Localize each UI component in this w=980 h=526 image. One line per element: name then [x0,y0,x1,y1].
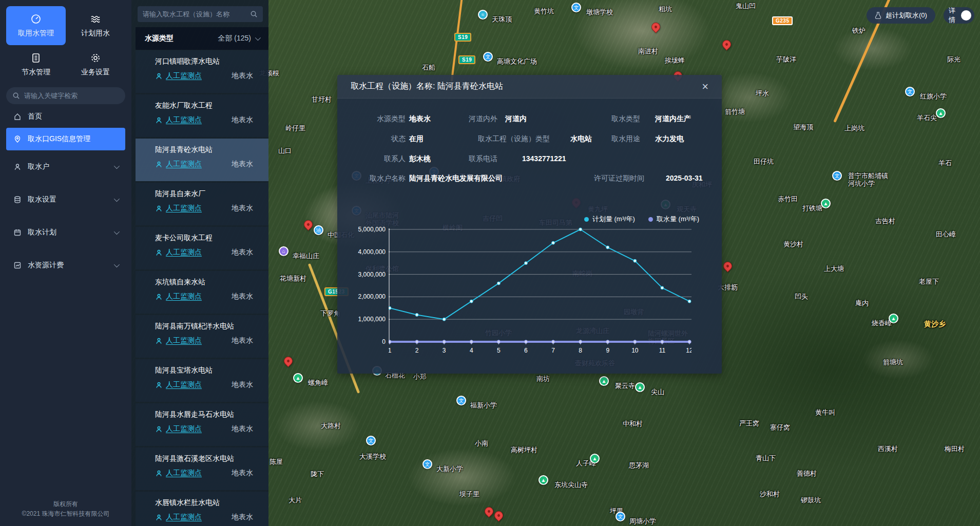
scenic-marker-icon[interactable]: ▲ [821,199,831,208]
red-pin-marker[interactable] [649,21,662,33]
module-business-settings[interactable]: 业务设置 [66,45,125,84]
menu-label: 水资源计费 [28,261,64,270]
sidebar-item-intake-plan[interactable]: 取水计划 [6,216,125,249]
station-item[interactable]: 陆河县青砼水电站人工监测点地表水 [136,139,268,181]
keyword-search-box[interactable] [6,87,125,104]
school-marker-icon[interactable]: 文 [422,459,432,469]
station-item[interactable]: 陆河县自来水厂人工监测点地表水 [136,183,268,225]
monitor-type[interactable]: 人工监测点 [166,292,202,301]
scenic-marker-icon[interactable]: ▲ [889,314,898,323]
sidebar-item-intake-settings[interactable]: 取水设置 [6,183,125,216]
water-source-type: 地表水 [232,424,253,434]
svg-text:9: 9 [606,347,609,354]
red-pin-marker[interactable] [483,505,495,517]
red-pin-marker[interactable] [492,509,505,521]
map-label: 粗坑 [659,5,672,13]
sidebar-item-gis-info[interactable]: 取水口GIS信息管理 [6,128,125,150]
legend-item-plan[interactable]: 计划量 (m³/年) [584,215,635,224]
search-icon[interactable] [250,10,258,18]
monitor-type[interactable]: 人工监测点 [166,469,202,478]
school-marker-icon[interactable]: 文 [571,3,581,12]
svg-text:10: 10 [631,347,639,354]
toggle-knob[interactable] [961,10,971,21]
monitor-type[interactable]: 人工监测点 [166,115,202,125]
red-pin-marker[interactable] [720,38,733,50]
station-meta: 人工监测点地表水 [136,160,268,169]
legend-label: 计划量 (m³/年) [592,215,635,224]
filter-value: 全部 (125) [218,34,251,43]
scenic-marker-icon[interactable]: ▲ [599,376,609,386]
station-item[interactable]: 麦卡公司取水工程人工监测点地表水 [136,227,268,269]
map-label: 际光 [947,55,960,63]
water-source-type: 地表水 [232,380,253,389]
monitor-type[interactable]: 人工监测点 [166,248,202,257]
module-water-intake-mgmt[interactable]: 取用水管理 [6,6,66,45]
scenic-marker-icon[interactable]: ▲ [293,373,303,383]
over-plan-intake-button[interactable]: 超计划取水(0) [867,7,935,24]
station-search-input[interactable] [143,10,246,18]
map-label: 箭塘坑 [883,358,903,366]
station-item[interactable]: 陆河县水唇走马石水电站人工监测点地表水 [136,403,268,446]
station-name: 陆河县青砼水电站 [136,145,268,154]
red-pin-marker[interactable] [721,260,734,272]
keyword-search-input[interactable] [24,92,119,100]
school-marker-icon[interactable]: 文 [832,171,842,181]
monitor-type[interactable]: 人工监测点 [166,336,202,345]
sidebar-item-home[interactable]: 首页 [6,105,125,128]
detail-toggle[interactable]: 详情 [944,7,974,24]
station-item[interactable]: 友能水厂取水工程人工监测点地表水 [136,94,268,137]
flask-icon [875,12,881,20]
user-icon [13,163,22,171]
station-item[interactable]: 陆河县南万镇杞洋水电站人工监测点地表水 [136,315,268,358]
monitor-type[interactable]: 人工监测点 [166,424,202,434]
school-marker-icon[interactable]: 文 [483,52,493,62]
map-label: 羊石 [938,159,952,167]
module-water-saving[interactable]: 节水管理 [6,45,66,84]
station-panel: 水源类型 全部 (125) 河口镇唱歌潭水电站人工监测点地表水友能水厂取水工程人… [131,0,268,526]
module-planned-water[interactable]: 计划用水 [66,6,125,45]
legend-item-actual[interactable]: 取水量 (m³/年) [648,215,699,224]
school-marker-icon[interactable]: 文 [905,87,915,96]
map-label: 大路村 [321,422,341,430]
field-value: 在用 [409,134,424,144]
station-name: 友能水厂取水工程 [136,101,268,110]
station-item[interactable]: 东坑镇自来水站人工监测点地表水 [136,271,268,314]
filter-dropdown[interactable]: 全部 (125) [218,34,259,43]
station-item[interactable]: 陆河县激石溪老区水电站人工监测点地表水 [136,447,268,490]
gas-marker-icon[interactable]: 油 [314,225,323,235]
water-source-type: 地表水 [232,469,253,478]
monitor-type[interactable]: 人工监测点 [166,160,202,169]
station-item[interactable]: 河口镇唱歌潭水电站人工监测点地表水 [136,50,268,93]
station-search-box[interactable] [138,6,263,22]
school-marker-icon[interactable]: 文 [366,436,376,445]
red-pin-marker[interactable] [282,355,294,367]
scenic-marker-icon[interactable]: ▲ [590,454,600,463]
school-marker-icon[interactable]: 文 [616,512,625,521]
sidebar-item-water-billing[interactable]: 水资源计费 [6,249,125,282]
station-item[interactable]: 陆河县宝塔水电站人工监测点地表水 [136,359,268,402]
station-item[interactable]: 水唇镇水栏肚水电站人工监测点地表水 [136,492,268,526]
red-pin-marker[interactable] [302,218,314,230]
monitor-type[interactable]: 人工监测点 [166,71,202,81]
person-icon [155,293,163,301]
map-label: 普宁市船埔镇 河坑小学 [848,172,888,187]
school-marker-icon[interactable]: 文 [456,396,466,405]
map-label: 坪水 [756,89,769,97]
scenic-marker-icon[interactable]: ▲ [539,475,548,485]
scenic-marker-icon[interactable]: ▲ [635,382,645,392]
sidebar-item-water-users[interactable]: 取水户 [6,150,125,183]
field-label: 联系人 [353,154,406,164]
close-icon[interactable]: × [702,81,708,92]
scenic-marker-icon[interactable]: ▲ [936,108,946,118]
monitor-type[interactable]: 人工监测点 [166,204,202,213]
water-marker-icon[interactable]: ≈ [478,10,488,20]
map-label: 墩塘学校 [586,8,613,16]
station-name: 水唇镇水栏肚水电站 [136,498,268,508]
station-meta: 人工监测点地表水 [136,204,268,213]
map-label: 吉告村 [875,217,895,225]
monitor-type[interactable]: 人工监测点 [166,380,202,389]
station-name: 陆河县自来水厂 [136,189,268,199]
monitor-type[interactable]: 人工监测点 [166,513,202,522]
map-label: 山口 [278,147,292,154]
hotel-marker-icon[interactable]: ⌂ [279,246,289,256]
